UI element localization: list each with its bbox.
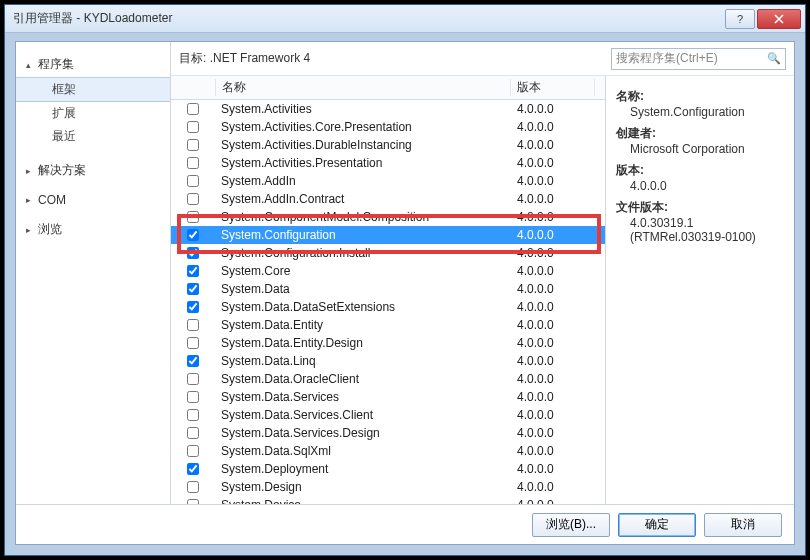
table-row[interactable]: System.Activities.DurableInstancing4.0.0… <box>171 136 605 154</box>
row-checkbox[interactable] <box>187 265 199 277</box>
search-input[interactable]: 搜索程序集(Ctrl+E) 🔍 <box>611 48 786 70</box>
table-row[interactable]: System.AddIn.Contract4.0.0.0 <box>171 190 605 208</box>
table-row[interactable]: System.Device4.0.0.0 <box>171 496 605 504</box>
row-checkbox[interactable] <box>187 301 199 313</box>
row-name: System.AddIn.Contract <box>215 192 511 206</box>
assembly-list[interactable]: System.Activities4.0.0.0System.Activitie… <box>171 100 605 504</box>
search-placeholder: 搜索程序集(Ctrl+E) <box>616 50 718 67</box>
row-version: 4.0.0.0 <box>511 318 595 332</box>
cancel-button[interactable]: 取消 <box>704 513 782 537</box>
row-checkbox[interactable] <box>187 391 199 403</box>
ok-button[interactable]: 确定 <box>618 513 696 537</box>
table-row[interactable]: System.AddIn4.0.0.0 <box>171 172 605 190</box>
details-name-value: System.Configuration <box>616 105 784 119</box>
table-row[interactable]: System.Data.Linq4.0.0.0 <box>171 352 605 370</box>
row-name: System.AddIn <box>215 174 511 188</box>
browse-button[interactable]: 浏览(B)... <box>532 513 610 537</box>
table-row[interactable]: System.Core4.0.0.0 <box>171 262 605 280</box>
row-checkbox[interactable] <box>187 175 199 187</box>
table-row[interactable]: System.Data.Services.Client4.0.0.0 <box>171 406 605 424</box>
row-name: System.Data.SqlXml <box>215 444 511 458</box>
sidebar-cat-solution[interactable]: ▸ 解决方案 <box>16 158 170 183</box>
details-version-value: 4.0.0.0 <box>616 179 784 193</box>
row-checkbox[interactable] <box>187 355 199 367</box>
row-version: 4.0.0.0 <box>511 444 595 458</box>
row-checkbox[interactable] <box>187 445 199 457</box>
row-name: System.Data.Entity.Design <box>215 336 511 350</box>
row-name: System.Activities <box>215 102 511 116</box>
row-checkbox[interactable] <box>187 409 199 421</box>
row-version: 4.0.0.0 <box>511 372 595 386</box>
sidebar-item-framework[interactable]: 框架 <box>16 77 170 102</box>
row-version: 4.0.0.0 <box>511 264 595 278</box>
column-headers: 名称 版本 <box>171 76 605 100</box>
row-version: 4.0.0.0 <box>511 210 595 224</box>
row-checkbox[interactable] <box>187 319 199 331</box>
table-row[interactable]: System.Data.OracleClient4.0.0.0 <box>171 370 605 388</box>
window-title: 引用管理器 - KYDLoadometer <box>13 10 724 27</box>
row-version: 4.0.0.0 <box>511 174 595 188</box>
table-row[interactable]: System.Activities4.0.0.0 <box>171 100 605 118</box>
sidebar: ▴ 程序集 框架 扩展 最近 ▸ 解决方案 ▸ COM ▸ 浏览 <box>16 42 171 504</box>
table-row[interactable]: System.Activities.Presentation4.0.0.0 <box>171 154 605 172</box>
row-checkbox[interactable] <box>187 229 199 241</box>
details-version-label: 版本: <box>616 162 784 179</box>
table-row[interactable]: System.Data.Services4.0.0.0 <box>171 388 605 406</box>
table-row[interactable]: System.Data.Entity4.0.0.0 <box>171 316 605 334</box>
table-row[interactable]: System.ComponentModel.Composition4.0.0.0 <box>171 208 605 226</box>
sidebar-cat-browse[interactable]: ▸ 浏览 <box>16 217 170 242</box>
row-version: 4.0.0.0 <box>511 498 595 504</box>
details-creator-label: 创建者: <box>616 125 784 142</box>
sidebar-cat-com[interactable]: ▸ COM <box>16 189 170 211</box>
row-checkbox[interactable] <box>187 139 199 151</box>
table-row[interactable]: System.Design4.0.0.0 <box>171 478 605 496</box>
row-checkbox[interactable] <box>187 247 199 259</box>
col-version[interactable]: 版本 <box>511 79 595 96</box>
table-row[interactable]: System.Data.Services.Design4.0.0.0 <box>171 424 605 442</box>
table-row[interactable]: System.Data4.0.0.0 <box>171 280 605 298</box>
target-framework-label: 目标: .NET Framework 4 <box>179 50 611 67</box>
row-version: 4.0.0.0 <box>511 408 595 422</box>
help-button[interactable]: ? <box>725 9 755 29</box>
row-version: 4.0.0.0 <box>511 480 595 494</box>
close-button[interactable] <box>757 9 801 29</box>
row-version: 4.0.0.0 <box>511 300 595 314</box>
titlebar: 引用管理器 - KYDLoadometer ? <box>5 5 805 33</box>
row-checkbox[interactable] <box>187 157 199 169</box>
col-name[interactable]: 名称 <box>215 79 511 96</box>
row-checkbox[interactable] <box>187 121 199 133</box>
row-name: System.Design <box>215 480 511 494</box>
row-checkbox[interactable] <box>187 499 199 504</box>
row-name: System.Activities.Core.Presentation <box>215 120 511 134</box>
row-name: System.Activities.DurableInstancing <box>215 138 511 152</box>
row-checkbox[interactable] <box>187 481 199 493</box>
row-version: 4.0.0.0 <box>511 246 595 260</box>
row-name: System.ComponentModel.Composition <box>215 210 511 224</box>
row-name: System.Data.Linq <box>215 354 511 368</box>
row-checkbox[interactable] <box>187 283 199 295</box>
table-row[interactable]: System.Data.SqlXml4.0.0.0 <box>171 442 605 460</box>
row-checkbox[interactable] <box>187 211 199 223</box>
table-row[interactable]: System.Data.Entity.Design4.0.0.0 <box>171 334 605 352</box>
row-name: System.Configuration.Install <box>215 246 511 260</box>
row-checkbox[interactable] <box>187 427 199 439</box>
row-version: 4.0.0.0 <box>511 336 595 350</box>
chevron-right-icon: ▸ <box>26 166 34 176</box>
details-filever-value2: (RTMRel.030319-0100) <box>616 230 784 244</box>
row-checkbox[interactable] <box>187 463 199 475</box>
table-row[interactable]: System.Deployment4.0.0.0 <box>171 460 605 478</box>
table-row[interactable]: System.Configuration.Install4.0.0.0 <box>171 244 605 262</box>
sidebar-cat-assemblies[interactable]: ▴ 程序集 <box>16 52 170 77</box>
details-filever-label: 文件版本: <box>616 199 784 216</box>
row-checkbox[interactable] <box>187 337 199 349</box>
row-name: System.Data.DataSetExtensions <box>215 300 511 314</box>
row-checkbox[interactable] <box>187 373 199 385</box>
sidebar-item-extensions[interactable]: 扩展 <box>16 102 170 125</box>
row-checkbox[interactable] <box>187 193 199 205</box>
table-row[interactable]: System.Configuration4.0.0.0 <box>171 226 605 244</box>
row-name: System.Activities.Presentation <box>215 156 511 170</box>
sidebar-item-recent[interactable]: 最近 <box>16 125 170 148</box>
row-checkbox[interactable] <box>187 103 199 115</box>
table-row[interactable]: System.Data.DataSetExtensions4.0.0.0 <box>171 298 605 316</box>
table-row[interactable]: System.Activities.Core.Presentation4.0.0… <box>171 118 605 136</box>
